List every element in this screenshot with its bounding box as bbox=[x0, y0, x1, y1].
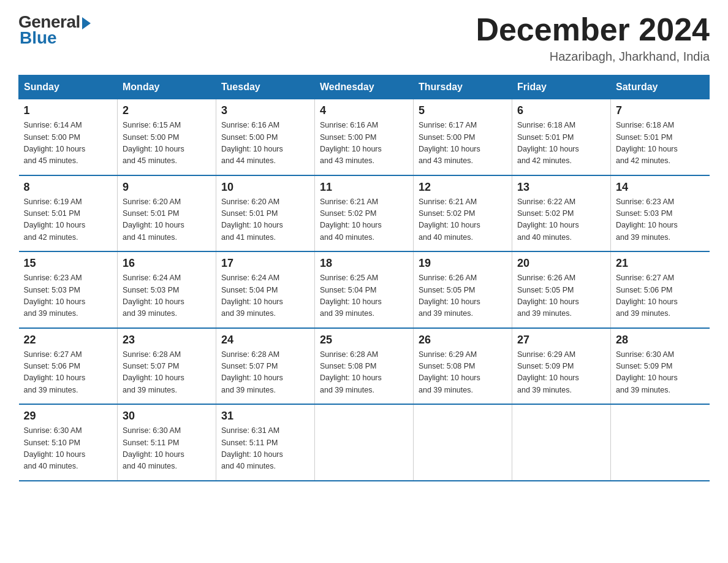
day-info: Sunrise: 6:30 AM Sunset: 5:09 PM Dayligh… bbox=[616, 349, 705, 397]
day-info: Sunrise: 6:18 AM Sunset: 5:01 PM Dayligh… bbox=[616, 120, 705, 167]
calendar-cell: 6Sunrise: 6:18 AM Sunset: 5:01 PM Daylig… bbox=[512, 99, 611, 175]
calendar-cell: 24Sunrise: 6:28 AM Sunset: 5:07 PM Dayli… bbox=[216, 328, 315, 405]
day-info: Sunrise: 6:28 AM Sunset: 5:07 PM Dayligh… bbox=[221, 349, 309, 397]
calendar-cell bbox=[512, 404, 611, 481]
week-row-2: 8Sunrise: 6:19 AM Sunset: 5:01 PM Daylig… bbox=[19, 175, 710, 252]
location: Hazaribagh, Jharkhand, India bbox=[476, 50, 710, 64]
day-info: Sunrise: 6:26 AM Sunset: 5:05 PM Dayligh… bbox=[517, 272, 605, 320]
calendar-cell: 20Sunrise: 6:26 AM Sunset: 5:05 PM Dayli… bbox=[512, 251, 611, 328]
day-number: 9 bbox=[123, 181, 211, 194]
column-header-thursday: Thursday bbox=[414, 75, 512, 99]
calendar-cell: 26Sunrise: 6:29 AM Sunset: 5:08 PM Dayli… bbox=[414, 328, 512, 405]
week-row-5: 29Sunrise: 6:30 AM Sunset: 5:10 PM Dayli… bbox=[19, 404, 710, 481]
day-info: Sunrise: 6:16 AM Sunset: 5:00 PM Dayligh… bbox=[320, 120, 408, 167]
day-number: 16 bbox=[123, 257, 211, 270]
calendar-cell: 14Sunrise: 6:23 AM Sunset: 5:03 PM Dayli… bbox=[611, 175, 710, 252]
day-number: 19 bbox=[419, 257, 507, 270]
column-header-monday: Monday bbox=[118, 75, 216, 99]
day-info: Sunrise: 6:30 AM Sunset: 5:11 PM Dayligh… bbox=[123, 425, 211, 473]
column-header-friday: Friday bbox=[512, 75, 611, 99]
day-number: 17 bbox=[221, 257, 309, 270]
day-info: Sunrise: 6:31 AM Sunset: 5:11 PM Dayligh… bbox=[221, 425, 309, 473]
week-row-4: 22Sunrise: 6:27 AM Sunset: 5:06 PM Dayli… bbox=[19, 328, 710, 405]
day-info: Sunrise: 6:17 AM Sunset: 5:00 PM Dayligh… bbox=[419, 120, 507, 167]
day-number: 5 bbox=[419, 104, 507, 117]
column-header-saturday: Saturday bbox=[611, 75, 710, 99]
week-row-1: 1Sunrise: 6:14 AM Sunset: 5:00 PM Daylig… bbox=[19, 99, 710, 175]
day-info: Sunrise: 6:20 AM Sunset: 5:01 PM Dayligh… bbox=[221, 196, 309, 244]
day-info: Sunrise: 6:28 AM Sunset: 5:08 PM Dayligh… bbox=[320, 349, 408, 397]
day-number: 26 bbox=[419, 334, 507, 347]
day-info: Sunrise: 6:30 AM Sunset: 5:10 PM Dayligh… bbox=[24, 425, 113, 473]
day-info: Sunrise: 6:24 AM Sunset: 5:04 PM Dayligh… bbox=[221, 272, 309, 320]
day-number: 21 bbox=[616, 257, 705, 270]
calendar-cell: 10Sunrise: 6:20 AM Sunset: 5:01 PM Dayli… bbox=[216, 175, 315, 252]
calendar-cell: 23Sunrise: 6:28 AM Sunset: 5:07 PM Dayli… bbox=[118, 328, 216, 405]
day-number: 2 bbox=[123, 104, 211, 117]
day-info: Sunrise: 6:23 AM Sunset: 5:03 PM Dayligh… bbox=[616, 196, 705, 244]
day-info: Sunrise: 6:23 AM Sunset: 5:03 PM Dayligh… bbox=[24, 272, 113, 320]
calendar-cell: 11Sunrise: 6:21 AM Sunset: 5:02 PM Dayli… bbox=[315, 175, 414, 252]
day-number: 20 bbox=[517, 257, 605, 270]
calendar-table: SundayMondayTuesdayWednesdayThursdayFrid… bbox=[18, 75, 710, 481]
week-row-3: 15Sunrise: 6:23 AM Sunset: 5:03 PM Dayli… bbox=[19, 251, 710, 328]
day-number: 7 bbox=[616, 104, 705, 117]
day-info: Sunrise: 6:25 AM Sunset: 5:04 PM Dayligh… bbox=[320, 272, 408, 320]
calendar-cell: 8Sunrise: 6:19 AM Sunset: 5:01 PM Daylig… bbox=[19, 175, 118, 252]
day-number: 30 bbox=[123, 410, 211, 423]
page-header: General Blue December 2024 Hazaribagh, J… bbox=[18, 12, 710, 64]
day-info: Sunrise: 6:21 AM Sunset: 5:02 PM Dayligh… bbox=[419, 196, 507, 244]
day-number: 15 bbox=[24, 257, 113, 270]
day-number: 12 bbox=[419, 181, 507, 194]
calendar-cell: 13Sunrise: 6:22 AM Sunset: 5:02 PM Dayli… bbox=[512, 175, 611, 252]
calendar-cell: 28Sunrise: 6:30 AM Sunset: 5:09 PM Dayli… bbox=[611, 328, 710, 405]
day-info: Sunrise: 6:14 AM Sunset: 5:00 PM Dayligh… bbox=[24, 120, 113, 167]
column-header-tuesday: Tuesday bbox=[216, 75, 315, 99]
day-number: 4 bbox=[320, 104, 408, 117]
day-number: 3 bbox=[221, 104, 309, 117]
day-number: 14 bbox=[616, 181, 705, 194]
calendar-cell: 22Sunrise: 6:27 AM Sunset: 5:06 PM Dayli… bbox=[19, 328, 118, 405]
day-info: Sunrise: 6:27 AM Sunset: 5:06 PM Dayligh… bbox=[24, 349, 113, 397]
calendar-cell: 18Sunrise: 6:25 AM Sunset: 5:04 PM Dayli… bbox=[315, 251, 414, 328]
day-number: 1 bbox=[24, 104, 113, 117]
day-number: 25 bbox=[320, 334, 408, 347]
calendar-cell: 2Sunrise: 6:15 AM Sunset: 5:00 PM Daylig… bbox=[118, 99, 216, 175]
calendar-cell bbox=[611, 404, 710, 481]
day-info: Sunrise: 6:24 AM Sunset: 5:03 PM Dayligh… bbox=[123, 272, 211, 320]
calendar-cell: 3Sunrise: 6:16 AM Sunset: 5:00 PM Daylig… bbox=[216, 99, 315, 175]
day-info: Sunrise: 6:18 AM Sunset: 5:01 PM Dayligh… bbox=[517, 120, 605, 167]
day-info: Sunrise: 6:22 AM Sunset: 5:02 PM Dayligh… bbox=[517, 196, 605, 244]
column-header-sunday: Sunday bbox=[19, 75, 118, 99]
calendar-cell: 25Sunrise: 6:28 AM Sunset: 5:08 PM Dayli… bbox=[315, 328, 414, 405]
day-info: Sunrise: 6:16 AM Sunset: 5:00 PM Dayligh… bbox=[221, 120, 309, 167]
day-number: 27 bbox=[517, 334, 605, 347]
day-info: Sunrise: 6:29 AM Sunset: 5:08 PM Dayligh… bbox=[419, 349, 507, 397]
day-number: 6 bbox=[517, 104, 605, 117]
calendar-cell bbox=[315, 404, 414, 481]
day-number: 24 bbox=[221, 334, 309, 347]
calendar-cell: 17Sunrise: 6:24 AM Sunset: 5:04 PM Dayli… bbox=[216, 251, 315, 328]
calendar-cell: 16Sunrise: 6:24 AM Sunset: 5:03 PM Dayli… bbox=[118, 251, 216, 328]
logo: General Blue bbox=[18, 12, 91, 48]
column-header-wednesday: Wednesday bbox=[315, 75, 414, 99]
day-number: 31 bbox=[221, 410, 309, 423]
calendar-cell: 4Sunrise: 6:16 AM Sunset: 5:00 PM Daylig… bbox=[315, 99, 414, 175]
day-info: Sunrise: 6:21 AM Sunset: 5:02 PM Dayligh… bbox=[320, 196, 408, 244]
calendar-cell: 31Sunrise: 6:31 AM Sunset: 5:11 PM Dayli… bbox=[216, 404, 315, 481]
month-title: December 2024 bbox=[476, 12, 710, 47]
calendar-cell: 9Sunrise: 6:20 AM Sunset: 5:01 PM Daylig… bbox=[118, 175, 216, 252]
day-info: Sunrise: 6:26 AM Sunset: 5:05 PM Dayligh… bbox=[419, 272, 507, 320]
day-number: 28 bbox=[616, 334, 705, 347]
day-number: 22 bbox=[24, 334, 113, 347]
calendar-cell: 27Sunrise: 6:29 AM Sunset: 5:09 PM Dayli… bbox=[512, 328, 611, 405]
calendar-cell: 19Sunrise: 6:26 AM Sunset: 5:05 PM Dayli… bbox=[414, 251, 512, 328]
calendar-cell: 30Sunrise: 6:30 AM Sunset: 5:11 PM Dayli… bbox=[118, 404, 216, 481]
day-number: 11 bbox=[320, 181, 408, 194]
day-info: Sunrise: 6:28 AM Sunset: 5:07 PM Dayligh… bbox=[123, 349, 211, 397]
calendar-cell: 21Sunrise: 6:27 AM Sunset: 5:06 PM Dayli… bbox=[611, 251, 710, 328]
day-info: Sunrise: 6:27 AM Sunset: 5:06 PM Dayligh… bbox=[616, 272, 705, 320]
calendar-cell: 15Sunrise: 6:23 AM Sunset: 5:03 PM Dayli… bbox=[19, 251, 118, 328]
calendar-cell bbox=[414, 404, 512, 481]
day-info: Sunrise: 6:19 AM Sunset: 5:01 PM Dayligh… bbox=[24, 196, 113, 244]
